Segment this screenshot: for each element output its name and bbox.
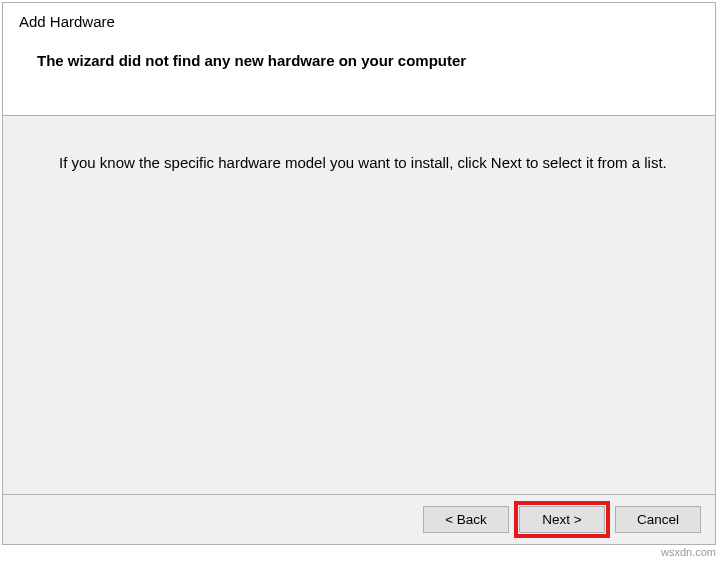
- instruction-text: If you know the specific hardware model …: [59, 154, 679, 171]
- next-button[interactable]: Next >: [519, 506, 605, 533]
- wizard-header: Add Hardware The wizard did not find any…: [3, 3, 715, 116]
- cancel-button[interactable]: Cancel: [615, 506, 701, 533]
- back-button[interactable]: < Back: [423, 506, 509, 533]
- dialog-title: Add Hardware: [19, 13, 699, 30]
- wizard-body: If you know the specific hardware model …: [3, 116, 715, 494]
- wizard-dialog: Add Hardware The wizard did not find any…: [2, 2, 716, 545]
- dialog-subtitle: The wizard did not find any new hardware…: [37, 52, 699, 69]
- watermark-text: wsxdn.com: [661, 546, 716, 558]
- wizard-footer: < Back Next > Cancel: [3, 494, 715, 544]
